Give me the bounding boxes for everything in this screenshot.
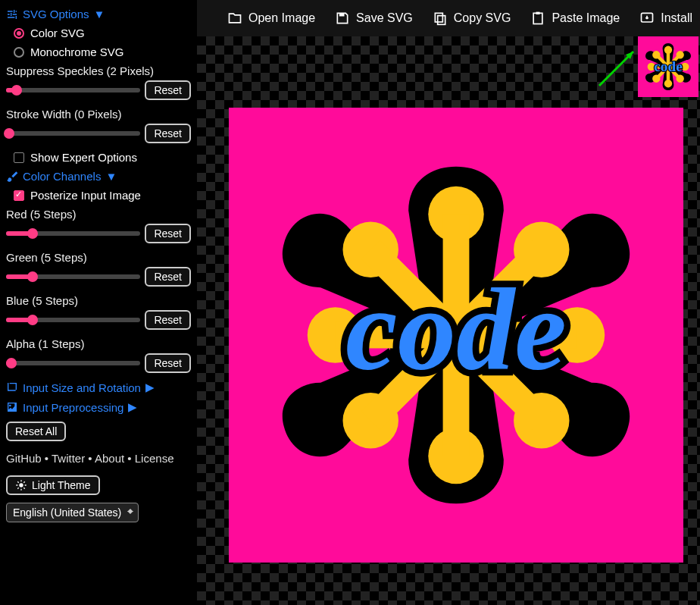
button-label: Copy SVG [454, 11, 511, 25]
checkbox-expert-options[interactable]: Show Expert Options [14, 151, 191, 164]
slider-label: Blue (5 Steps) [6, 294, 191, 307]
svg-text:code: code [654, 58, 683, 74]
reset-all-button[interactable]: Reset All [6, 422, 66, 441]
slider-stroke-width: Stroke Width (0 Pixels) Reset [6, 108, 191, 143]
clipboard-icon [530, 11, 545, 26]
slider-knob[interactable] [27, 271, 38, 282]
chevron-right-icon: ▶ [145, 381, 155, 394]
language-select[interactable]: English (United States) [6, 503, 139, 522]
slider-track[interactable] [6, 274, 140, 279]
radio-label: Color SVG [30, 27, 85, 39]
reset-button[interactable]: Reset [145, 353, 191, 373]
slider-knob[interactable] [4, 128, 14, 139]
slider-track[interactable] [6, 88, 140, 92]
reset-button[interactable]: Reset [145, 124, 191, 143]
radio-monochrome-svg[interactable]: Monochrome SVG [14, 45, 191, 58]
svg-rect-3 [437, 16, 445, 25]
reset-button[interactable]: Reset [145, 80, 191, 100]
light-theme-button[interactable]: Light Theme [6, 475, 100, 495]
crop-icon [6, 381, 18, 393]
section-title: Input Preprocessing [23, 401, 123, 414]
slider-label: Green (5 Steps) [6, 251, 191, 264]
preview-thumbnail[interactable]: code [638, 36, 698, 97]
chevron-down-icon: ▼ [94, 8, 105, 20]
section-svg-options[interactable]: SVG Options ▼ [6, 8, 191, 20]
checkbox-off-icon [14, 152, 24, 163]
checkbox-label: Show Expert Options [30, 151, 137, 164]
slider-label: Red (5 Steps) [6, 208, 191, 221]
link-github[interactable]: GitHub [6, 452, 42, 465]
svg-rect-2 [435, 13, 442, 22]
checkbox-on-icon [14, 190, 24, 201]
radio-color-svg[interactable]: Color SVG [14, 27, 191, 39]
slider-blue: Blue (5 Steps) Reset [6, 294, 191, 330]
logo-text: code [345, 264, 567, 393]
slider-label: Alpha (1 Steps) [6, 337, 191, 350]
section-title: SVG Options [23, 8, 89, 20]
save-icon [335, 11, 350, 26]
logo-main-icon: code [236, 115, 676, 555]
slider-label: Suppress Speckles (2 Pixels) [6, 64, 191, 77]
reset-button[interactable]: Reset [145, 224, 191, 243]
logo-thumb-icon: code [640, 39, 696, 95]
copy-svg-button[interactable]: Copy SVG [433, 11, 511, 26]
radio-off-icon [14, 47, 24, 58]
section-color-channels[interactable]: Color Channels ▼ [6, 170, 191, 183]
button-label: Paste Image [552, 11, 620, 25]
open-image-button[interactable]: Open Image [227, 11, 315, 26]
checkbox-posterize[interactable]: Posterize Input Image [14, 189, 191, 202]
svg-rect-4 [534, 13, 543, 24]
slider-label: Stroke Width (0 Pixels) [6, 108, 191, 121]
slider-track[interactable] [6, 131, 140, 136]
canvas-container: code [197, 36, 700, 605]
radio-label: Monochrome SVG [30, 45, 123, 58]
slider-green: Green (5 Steps) Reset [6, 251, 191, 287]
sidebar: SVG Options ▼ Color SVG Monochrome SVG S… [0, 0, 197, 605]
svg-rect-1 [339, 13, 345, 16]
slider-knob[interactable] [6, 358, 17, 368]
slider-track[interactable] [6, 318, 140, 322]
slider-knob[interactable] [27, 228, 38, 239]
link-license[interactable]: License [135, 452, 174, 465]
link-twitter[interactable]: Twitter [52, 452, 85, 465]
slider-knob[interactable] [27, 315, 38, 325]
button-label: Install [661, 11, 692, 25]
image-icon [6, 401, 18, 413]
section-title: Input Size and Rotation [23, 381, 141, 394]
sliders-icon [6, 8, 18, 20]
slider-knob[interactable] [11, 85, 22, 96]
select-value: English (United States) [13, 506, 121, 519]
folder-icon [227, 11, 242, 26]
slider-track[interactable] [6, 361, 140, 365]
reset-button[interactable]: Reset [145, 267, 191, 287]
main-canvas[interactable]: code [229, 108, 683, 563]
slider-alpha: Alpha (1 Steps) Reset [6, 337, 191, 373]
radio-on-icon [14, 28, 24, 39]
install-button[interactable]: Install [639, 11, 692, 26]
link-about[interactable]: About [95, 452, 124, 465]
button-label: Light Theme [32, 479, 91, 491]
save-svg-button[interactable]: Save SVG [335, 11, 413, 26]
section-title: Color Channels [23, 170, 101, 183]
button-label: Save SVG [356, 11, 413, 25]
slider-track[interactable] [6, 231, 140, 236]
reset-button[interactable]: Reset [145, 310, 191, 330]
button-label: Open Image [248, 11, 315, 25]
paste-image-button[interactable]: Paste Image [530, 11, 620, 26]
section-input-size[interactable]: Input Size and Rotation ▶ [6, 381, 191, 394]
brush-icon [6, 171, 18, 183]
section-input-preprocessing[interactable]: Input Preprocessing ▶ [6, 400, 191, 414]
chevron-down-icon: ▼ [105, 170, 117, 183]
checkbox-label: Posterize Input Image [30, 189, 141, 202]
svg-point-0 [19, 483, 23, 487]
slider-red: Red (5 Steps) Reset [6, 208, 191, 243]
footer-links: GitHub • Twitter • About • License [6, 452, 191, 465]
copy-icon [433, 11, 448, 26]
sun-icon [15, 479, 27, 491]
svg-rect-5 [536, 12, 540, 14]
slider-suppress-speckles: Suppress Speckles (2 Pixels) Reset [6, 64, 191, 100]
chevron-right-icon: ▶ [128, 400, 137, 414]
install-icon [639, 11, 655, 26]
